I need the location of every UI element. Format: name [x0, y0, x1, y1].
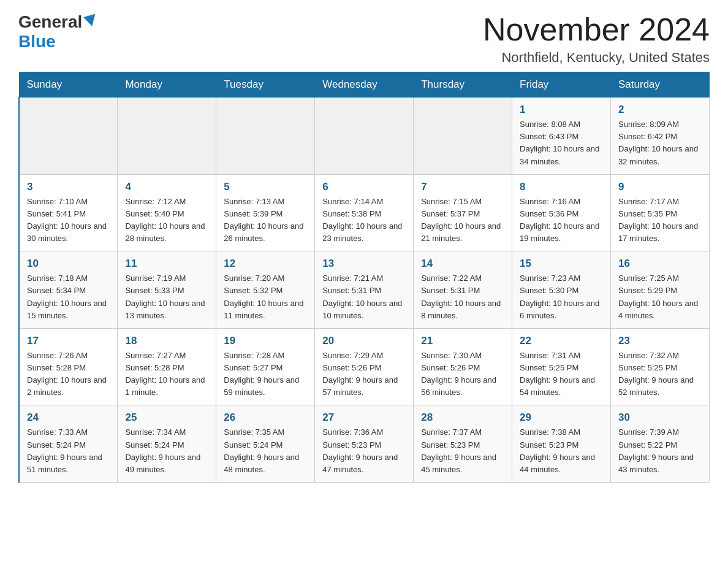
day-of-week-header: Friday	[512, 72, 611, 98]
calendar-day-cell	[315, 98, 414, 175]
day-number: 4	[125, 181, 208, 193]
calendar-day-cell: 7Sunrise: 7:15 AMSunset: 5:37 PMDaylight…	[414, 174, 512, 251]
day-info: Sunrise: 7:10 AMSunset: 5:41 PMDaylight:…	[27, 196, 110, 245]
day-info: Sunrise: 7:33 AMSunset: 5:24 PMDaylight:…	[27, 426, 110, 476]
day-number: 11	[125, 258, 208, 270]
day-number: 1	[520, 104, 603, 116]
day-number: 2	[618, 104, 702, 116]
day-number: 21	[421, 335, 504, 347]
calendar-day-cell: 17Sunrise: 7:26 AMSunset: 5:28 PMDayligh…	[19, 328, 118, 405]
calendar-day-cell: 3Sunrise: 7:10 AMSunset: 5:41 PMDaylight…	[19, 174, 118, 251]
logo-blue-text: Blue	[18, 32, 56, 52]
month-title: November 2024	[483, 12, 710, 47]
calendar-day-cell: 22Sunrise: 7:31 AMSunset: 5:25 PMDayligh…	[512, 328, 611, 405]
title-area: November 2024 Northfield, Kentucky, Unit…	[483, 12, 710, 66]
calendar-day-cell: 18Sunrise: 7:27 AMSunset: 5:28 PMDayligh…	[118, 328, 216, 405]
day-info: Sunrise: 7:28 AMSunset: 5:27 PMDaylight:…	[224, 350, 307, 399]
calendar-week-row: 1Sunrise: 8:08 AMSunset: 6:43 PMDaylight…	[19, 98, 710, 175]
calendar-day-cell: 19Sunrise: 7:28 AMSunset: 5:27 PMDayligh…	[216, 328, 315, 405]
day-info: Sunrise: 7:12 AMSunset: 5:40 PMDaylight:…	[125, 196, 208, 245]
day-number: 12	[224, 258, 307, 270]
calendar-day-cell: 6Sunrise: 7:14 AMSunset: 5:38 PMDaylight…	[315, 174, 414, 251]
day-of-week-header: Wednesday	[315, 72, 414, 98]
calendar-day-cell: 4Sunrise: 7:12 AMSunset: 5:40 PMDaylight…	[118, 174, 216, 251]
calendar-day-cell: 5Sunrise: 7:13 AMSunset: 5:39 PMDaylight…	[216, 174, 315, 251]
day-number: 19	[224, 335, 307, 347]
day-number: 30	[618, 412, 702, 424]
calendar-day-cell: 30Sunrise: 7:39 AMSunset: 5:22 PMDayligh…	[611, 405, 710, 483]
location-subtitle: Northfield, Kentucky, United States	[483, 50, 710, 66]
calendar-day-cell: 25Sunrise: 7:34 AMSunset: 5:24 PMDayligh…	[118, 405, 216, 483]
calendar-day-cell: 11Sunrise: 7:19 AMSunset: 5:33 PMDayligh…	[118, 251, 216, 329]
day-info: Sunrise: 7:30 AMSunset: 5:26 PMDaylight:…	[421, 350, 504, 399]
day-number: 10	[27, 258, 110, 270]
logo-general: General	[18, 12, 97, 32]
calendar-day-cell: 10Sunrise: 7:18 AMSunset: 5:34 PMDayligh…	[19, 251, 118, 329]
day-number: 18	[125, 335, 208, 347]
day-number: 28	[421, 412, 504, 424]
day-number: 15	[520, 258, 603, 270]
day-info: Sunrise: 7:38 AMSunset: 5:23 PMDaylight:…	[520, 426, 603, 476]
calendar-day-cell: 15Sunrise: 7:23 AMSunset: 5:30 PMDayligh…	[512, 251, 611, 329]
calendar-day-cell: 26Sunrise: 7:35 AMSunset: 5:24 PMDayligh…	[216, 405, 315, 483]
calendar-week-row: 3Sunrise: 7:10 AMSunset: 5:41 PMDaylight…	[19, 174, 710, 251]
day-number: 26	[224, 412, 307, 424]
calendar-day-cell	[216, 98, 315, 175]
day-info: Sunrise: 7:13 AMSunset: 5:39 PMDaylight:…	[224, 196, 307, 245]
calendar-day-cell: 8Sunrise: 7:16 AMSunset: 5:36 PMDaylight…	[512, 174, 611, 251]
day-info: Sunrise: 7:21 AMSunset: 5:31 PMDaylight:…	[322, 272, 406, 322]
day-info: Sunrise: 7:36 AMSunset: 5:23 PMDaylight:…	[322, 426, 406, 476]
calendar-day-cell: 23Sunrise: 7:32 AMSunset: 5:25 PMDayligh…	[611, 328, 710, 405]
day-of-week-header: Saturday	[611, 72, 710, 98]
day-info: Sunrise: 8:09 AMSunset: 6:42 PMDaylight:…	[618, 118, 702, 168]
day-info: Sunrise: 7:27 AMSunset: 5:28 PMDaylight:…	[125, 350, 208, 399]
day-number: 13	[322, 258, 406, 270]
calendar-day-cell: 14Sunrise: 7:22 AMSunset: 5:31 PMDayligh…	[414, 251, 512, 329]
day-number: 29	[520, 412, 603, 424]
day-info: Sunrise: 8:08 AMSunset: 6:43 PMDaylight:…	[520, 118, 603, 168]
day-info: Sunrise: 7:18 AMSunset: 5:34 PMDaylight:…	[27, 272, 110, 322]
calendar-day-cell: 29Sunrise: 7:38 AMSunset: 5:23 PMDayligh…	[512, 405, 611, 483]
day-number: 8	[520, 181, 603, 193]
day-number: 5	[224, 181, 307, 193]
calendar-day-cell: 28Sunrise: 7:37 AMSunset: 5:23 PMDayligh…	[414, 405, 512, 483]
day-number: 17	[27, 335, 110, 347]
calendar-table: SundayMondayTuesdayWednesdayThursdayFrid…	[18, 72, 710, 483]
day-number: 24	[27, 412, 110, 424]
calendar-day-cell: 21Sunrise: 7:30 AMSunset: 5:26 PMDayligh…	[414, 328, 512, 405]
calendar-week-row: 17Sunrise: 7:26 AMSunset: 5:28 PMDayligh…	[19, 328, 710, 405]
calendar-day-cell: 20Sunrise: 7:29 AMSunset: 5:26 PMDayligh…	[315, 328, 414, 405]
day-info: Sunrise: 7:16 AMSunset: 5:36 PMDaylight:…	[520, 196, 603, 245]
calendar-day-cell: 27Sunrise: 7:36 AMSunset: 5:23 PMDayligh…	[315, 405, 414, 483]
calendar-day-cell: 1Sunrise: 8:08 AMSunset: 6:43 PMDaylight…	[512, 98, 611, 175]
day-info: Sunrise: 7:15 AMSunset: 5:37 PMDaylight:…	[421, 196, 504, 245]
calendar-day-cell: 13Sunrise: 7:21 AMSunset: 5:31 PMDayligh…	[315, 251, 414, 329]
day-number: 23	[618, 335, 702, 347]
day-number: 27	[322, 412, 406, 424]
day-info: Sunrise: 7:39 AMSunset: 5:22 PMDaylight:…	[618, 426, 702, 476]
day-info: Sunrise: 7:31 AMSunset: 5:25 PMDaylight:…	[520, 350, 603, 399]
day-info: Sunrise: 7:25 AMSunset: 5:29 PMDaylight:…	[618, 272, 702, 322]
logo-triangle-icon	[83, 14, 98, 28]
header: General Blue November 2024 Northfield, K…	[18, 12, 710, 66]
day-info: Sunrise: 7:19 AMSunset: 5:33 PMDaylight:…	[125, 272, 208, 322]
day-number: 3	[27, 181, 110, 193]
day-number: 14	[421, 258, 504, 270]
day-info: Sunrise: 7:23 AMSunset: 5:30 PMDaylight:…	[520, 272, 603, 322]
day-number: 9	[618, 181, 702, 193]
day-number: 16	[618, 258, 702, 270]
day-info: Sunrise: 7:17 AMSunset: 5:35 PMDaylight:…	[618, 196, 702, 245]
day-info: Sunrise: 7:20 AMSunset: 5:32 PMDaylight:…	[224, 272, 307, 322]
day-of-week-header: Monday	[118, 72, 216, 98]
day-number: 20	[322, 335, 406, 347]
day-of-week-header: Thursday	[414, 72, 512, 98]
day-info: Sunrise: 7:22 AMSunset: 5:31 PMDaylight:…	[421, 272, 504, 322]
calendar-day-cell	[414, 98, 512, 175]
logo-general-text: General	[18, 12, 82, 32]
calendar-day-cell: 12Sunrise: 7:20 AMSunset: 5:32 PMDayligh…	[216, 251, 315, 329]
day-info: Sunrise: 7:37 AMSunset: 5:23 PMDaylight:…	[421, 426, 504, 476]
day-number: 7	[421, 181, 504, 193]
day-info: Sunrise: 7:29 AMSunset: 5:26 PMDaylight:…	[322, 350, 406, 399]
day-number: 22	[520, 335, 603, 347]
day-number: 25	[125, 412, 208, 424]
